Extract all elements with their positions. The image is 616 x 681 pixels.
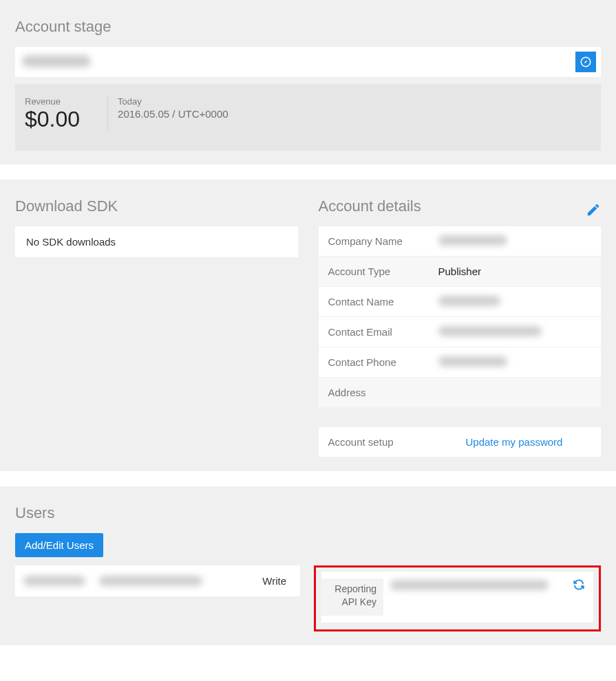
revenue-stat: Revenue $0.00 — [25, 96, 108, 130]
api-key-label-line2: API Key — [341, 596, 376, 607]
api-key-box: Reporting API Key — [321, 572, 593, 623]
users-panel: Users Add/Edit Users Write Reporting API… — [0, 486, 616, 645]
revenue-value: $0.00 — [25, 108, 80, 130]
account-type-label: Account Type — [328, 266, 438, 277]
detail-company: Company Name — [319, 226, 602, 257]
account-stage-panel: Account stage Revenue $0.00 Today 2016.0… — [0, 0, 616, 164]
stats-bar: Revenue $0.00 Today 2016.05.05 / UTC+000… — [15, 84, 601, 151]
contact-phone-redacted — [438, 356, 507, 367]
user-permission: Write — [262, 575, 292, 587]
account-details-section: Account details Company Name Account Typ… — [319, 193, 602, 457]
detail-account-setup: Account setup Update my password — [319, 427, 602, 457]
contact-email-label: Contact Email — [328, 326, 438, 338]
api-key-label: Reporting API Key — [321, 579, 383, 616]
user-email-redacted — [99, 576, 202, 586]
account-type-value: Publisher — [438, 266, 482, 277]
detail-contact-name: Contact Name — [319, 287, 602, 317]
contact-phone-label: Contact Phone — [328, 356, 438, 368]
account-stage-title: Account stage — [15, 18, 601, 36]
edit-icon[interactable] — [586, 202, 601, 217]
download-sdk-section: Download SDK No SDK downloads — [15, 193, 298, 457]
contact-name-redacted — [438, 296, 500, 306]
api-key-highlight-box: Reporting API Key — [314, 565, 601, 631]
company-value-redacted — [438, 235, 507, 246]
compass-icon — [580, 56, 592, 68]
company-label: Company Name — [328, 235, 438, 247]
detail-account-type: Account Type Publisher — [319, 257, 602, 287]
sdk-empty-row: No SDK downloads — [15, 226, 298, 257]
account-details-title: Account details — [319, 197, 421, 215]
user-name-redacted — [23, 576, 85, 586]
user-row: Write — [15, 565, 300, 596]
revenue-label: Revenue — [25, 96, 80, 107]
account-setup-label: Account setup — [328, 436, 466, 448]
contact-name-label: Contact Name — [328, 296, 438, 307]
contact-email-redacted — [438, 326, 542, 336]
api-key-label-line1: Reporting — [334, 583, 376, 594]
today-value: 2016.05.05 / UTC+0000 — [118, 108, 229, 120]
api-key-redacted — [390, 580, 549, 590]
app-name-redacted — [22, 55, 91, 67]
sdk-details-panel: Download SDK No SDK downloads Account de… — [0, 180, 616, 471]
update-password-link[interactable]: Update my password — [466, 436, 563, 448]
refresh-icon[interactable] — [573, 579, 585, 591]
app-bar — [15, 47, 601, 77]
add-edit-users-button[interactable]: Add/Edit Users — [15, 533, 103, 557]
detail-contact-phone: Contact Phone — [319, 347, 602, 378]
address-label: Address — [328, 387, 438, 398]
detail-address: Address — [319, 378, 602, 408]
svg-marker-1 — [584, 61, 588, 64]
detail-gap — [319, 408, 602, 427]
download-sdk-title: Download SDK — [15, 197, 298, 215]
today-label: Today — [118, 96, 229, 107]
open-link-button[interactable] — [575, 52, 596, 72]
today-stat: Today 2016.05.05 / UTC+0000 — [118, 96, 256, 130]
users-title: Users — [15, 504, 601, 522]
detail-contact-email: Contact Email — [319, 317, 602, 347]
